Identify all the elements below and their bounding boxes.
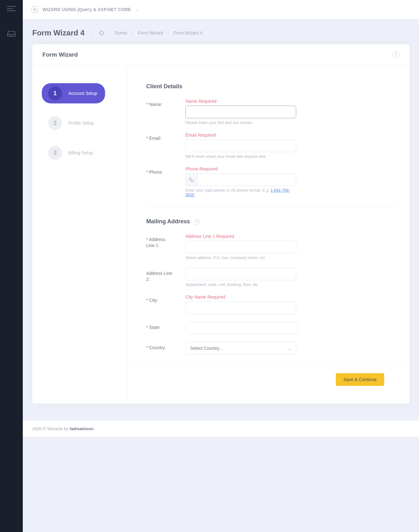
field-error: Name Required (185, 99, 296, 104)
phone-icon (185, 173, 197, 186)
field-help: Appartment, suite, unit, building, floor… (185, 282, 296, 287)
field-error: Address Line 1 Required (185, 234, 296, 239)
wizard-card: Form Wizard ? 1 Account Setup 2 Profile … (32, 44, 410, 404)
field-help: Please enter your first and last names (185, 121, 296, 125)
footer: 2020 © Wizards by fadisahioun (23, 421, 419, 437)
field-label: * Phone (146, 166, 175, 175)
form-column: Client Details * Name: Name Required Ple… (127, 65, 410, 404)
help-icon[interactable]: ? (392, 51, 399, 58)
field-phone: * Phone Phone Required Ent (146, 166, 397, 197)
field-label: * State: (146, 322, 175, 331)
step-label: Billing Setup (68, 150, 93, 156)
name-input[interactable] (185, 106, 296, 118)
footer-text: 2020 © Wizards by (32, 426, 70, 431)
field-error: City Name Required (185, 294, 296, 300)
step-label: Account Setup (68, 90, 97, 96)
field-label: * Country: (146, 342, 175, 351)
field-label: * Address Line 1: (146, 234, 175, 249)
section-divider (127, 363, 410, 363)
step-number: 1 (48, 86, 62, 100)
address2-input[interactable] (185, 268, 296, 280)
section-client-details: Client Details (146, 83, 397, 90)
breadcrumb-item[interactable]: Forms (115, 30, 128, 35)
field-city: * City: City Name Required (146, 294, 397, 314)
inbox-icon[interactable] (7, 30, 16, 37)
breadcrumb: Forms Form Wizard Form Wizard 4 (91, 30, 203, 36)
field-label: * City: (146, 294, 175, 303)
field-address-2: Address Line 2: Appartment, suite, unit,… (146, 268, 397, 287)
step-label: Profile Setup (68, 120, 94, 126)
field-help: Enter your valid phone in US phone forma… (185, 188, 296, 197)
section-divider (146, 207, 397, 207)
field-help: We'll never share your email with anyone… (185, 154, 296, 159)
breadcrumb-sep (166, 30, 170, 35)
menu-toggle-icon[interactable] (7, 6, 16, 11)
chevron-down-icon[interactable]: ⌄ (135, 7, 139, 12)
title-row: Form Wizard 4 Forms Form Wizard Form Wiz… (23, 19, 419, 44)
steps-column: 1 Account Setup 2 Profile Setup 3 Billin… (32, 65, 127, 404)
breadcrumb-sep (108, 30, 112, 35)
country-select[interactable] (185, 342, 296, 355)
side-rail (0, 0, 23, 532)
field-name: * Name: Name Required Please enter your … (146, 99, 397, 125)
topbar-title: WIZARD USING jQuery & ASP.NET CORE (42, 7, 131, 12)
form-actions: Save & Continue (146, 373, 397, 386)
card-title: Form Wizard (42, 51, 78, 58)
phone-input[interactable] (197, 173, 296, 186)
city-input[interactable] (185, 301, 296, 314)
step-account-setup[interactable]: 1 Account Setup (42, 83, 105, 103)
app-plus-icon[interactable] (32, 6, 38, 13)
field-label: * Name: (146, 99, 175, 108)
section-mailing-label: Mailing Address (146, 218, 190, 225)
save-continue-button[interactable]: Save & Continue (336, 373, 384, 386)
step-profile-setup[interactable]: 2 Profile Setup (42, 113, 105, 133)
field-label: Address Line 2: (146, 268, 175, 282)
step-number: 3 (48, 146, 62, 160)
step-billing-setup[interactable]: 3 Billing Setup (42, 143, 105, 163)
home-icon[interactable] (99, 30, 104, 36)
card-header: Form Wizard ? (32, 44, 410, 65)
field-error: Phone Required (185, 166, 296, 171)
step-number: 2 (48, 116, 62, 130)
field-help: Street address, P.O. box, company name, … (185, 256, 296, 260)
breadcrumb-item[interactable]: Form Wizard (138, 30, 163, 35)
state-input[interactable] (185, 322, 296, 334)
field-label: * Email: (146, 133, 175, 141)
page-title: Form Wizard 4 (32, 28, 84, 37)
field-help-text: Enter your valid phone in US phone forma… (185, 188, 271, 193)
field-state: * State: (146, 322, 397, 334)
field-country: * Country: ⌄ (146, 342, 397, 355)
field-email: * Email: Email Required We'll never shar… (146, 133, 397, 159)
breadcrumb-sep (130, 30, 134, 35)
address1-input[interactable] (185, 241, 296, 253)
main-column: WIZARD USING jQuery & ASP.NET CORE ⌄ For… (23, 0, 419, 532)
topbar: WIZARD USING jQuery & ASP.NET CORE ⌄ (23, 0, 419, 19)
help-icon[interactable]: ? (194, 219, 200, 225)
section-mailing-address: Mailing Address ? (146, 218, 397, 225)
field-address-1: * Address Line 1: Address Line 1 Require… (146, 234, 397, 260)
field-error: Email Required (185, 133, 296, 138)
footer-author: fadisahioun (70, 426, 94, 431)
email-input[interactable] (185, 139, 296, 152)
card-body: 1 Account Setup 2 Profile Setup 3 Billin… (32, 65, 410, 404)
breadcrumb-item[interactable]: Form Wizard 4 (173, 30, 203, 35)
